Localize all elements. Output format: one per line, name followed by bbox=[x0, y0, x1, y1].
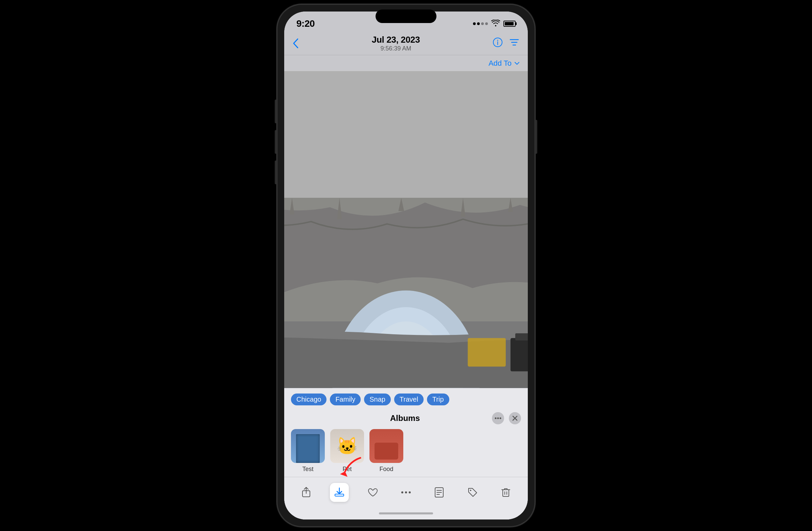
tag-button[interactable] bbox=[463, 483, 482, 502]
tag-chip-travel[interactable]: Travel bbox=[394, 393, 424, 405]
albums-grid: Test Pet bbox=[291, 429, 521, 473]
add-to-bar: Add To bbox=[284, 55, 528, 71]
info-icon[interactable] bbox=[493, 37, 503, 50]
album-thumb-food bbox=[369, 429, 403, 463]
albums-close-button[interactable] bbox=[509, 412, 521, 424]
svg-point-12 bbox=[497, 418, 499, 419]
svg-rect-8 bbox=[510, 338, 528, 372]
albums-title: Albums bbox=[318, 414, 492, 423]
tag-chip-snap[interactable]: Snap bbox=[364, 393, 391, 405]
add-to-button[interactable]: Add To bbox=[489, 59, 520, 68]
add-to-label: Add To bbox=[489, 59, 511, 68]
wifi-icon bbox=[491, 20, 500, 28]
svg-rect-15 bbox=[335, 494, 344, 496]
album-label-pet: Pet bbox=[343, 466, 351, 473]
phone-device: 9:20 bbox=[277, 5, 535, 526]
filter-icon[interactable] bbox=[509, 38, 520, 50]
heart-button[interactable] bbox=[363, 483, 382, 502]
photo-area bbox=[284, 71, 528, 388]
albums-header: Albums bbox=[291, 412, 521, 424]
svg-rect-21 bbox=[503, 490, 509, 497]
bottom-panel: Chicago Family Snap Travel Trip Albums bbox=[284, 388, 528, 519]
nav-title: Jul 23, 2023 bbox=[372, 34, 420, 45]
nav-title-area: Jul 23, 2023 9:56:39 AM bbox=[372, 34, 420, 52]
albums-section: Albums bbox=[284, 409, 528, 477]
download-button[interactable] bbox=[330, 483, 349, 502]
nav-actions bbox=[493, 37, 520, 50]
share-button[interactable] bbox=[297, 483, 316, 502]
nav-subtitle: 9:56:39 AM bbox=[372, 45, 420, 52]
battery-icon bbox=[504, 20, 516, 27]
album-label-food: Food bbox=[379, 466, 393, 473]
home-bar bbox=[379, 512, 433, 514]
album-thumb-test bbox=[291, 429, 325, 463]
svg-point-16 bbox=[401, 491, 403, 493]
photo-top-bg bbox=[284, 71, 528, 198]
home-indicator bbox=[284, 507, 528, 519]
back-button[interactable] bbox=[292, 38, 299, 49]
svg-point-11 bbox=[495, 418, 497, 419]
tag-chip-trip[interactable]: Trip bbox=[427, 393, 449, 405]
albums-more-button[interactable] bbox=[492, 412, 504, 424]
svg-point-20 bbox=[470, 490, 471, 491]
nav-bar: Jul 23, 2023 9:56:39 AM bbox=[284, 32, 528, 55]
tag-chip-family[interactable]: Family bbox=[330, 393, 361, 405]
signal-icon bbox=[473, 22, 488, 25]
albums-icons bbox=[492, 412, 521, 424]
status-time: 9:20 bbox=[296, 18, 315, 29]
more-button[interactable] bbox=[396, 483, 416, 502]
caption-button[interactable] bbox=[430, 483, 449, 502]
photo-image bbox=[284, 198, 528, 388]
album-item-test[interactable]: Test bbox=[291, 429, 325, 473]
delete-button[interactable] bbox=[496, 483, 515, 502]
phone-inner: 9:20 bbox=[284, 12, 528, 519]
album-thumb-pet bbox=[330, 429, 364, 463]
album-label-test: Test bbox=[302, 466, 313, 473]
svg-point-13 bbox=[500, 418, 502, 419]
dynamic-island bbox=[376, 10, 436, 23]
svg-point-18 bbox=[409, 491, 411, 493]
tags-row: Chicago Family Snap Travel Trip bbox=[284, 388, 528, 409]
svg-point-1 bbox=[497, 40, 498, 41]
svg-point-17 bbox=[405, 491, 407, 493]
toolbar bbox=[284, 477, 528, 507]
svg-rect-10 bbox=[468, 338, 506, 367]
svg-rect-9 bbox=[515, 334, 528, 341]
tag-chip-chicago[interactable]: Chicago bbox=[291, 393, 327, 405]
status-right bbox=[473, 20, 516, 28]
phone-screen: 9:20 bbox=[284, 12, 528, 519]
album-item-pet[interactable]: Pet bbox=[330, 429, 364, 473]
album-item-food[interactable]: Food bbox=[369, 429, 403, 473]
